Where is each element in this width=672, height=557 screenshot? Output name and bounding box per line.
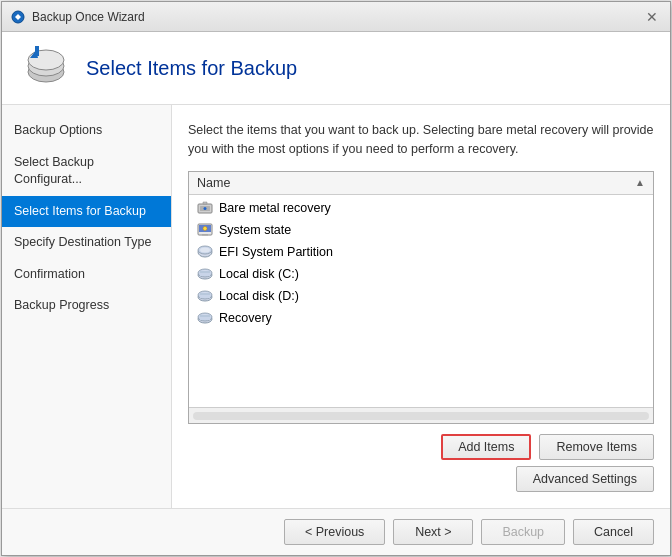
- svg-rect-4: [35, 46, 39, 56]
- window-title: Backup Once Wizard: [32, 10, 145, 24]
- close-button[interactable]: ✕: [642, 7, 662, 27]
- svg-point-14: [200, 247, 210, 252]
- list-item-label: Local disk (C:): [219, 267, 299, 281]
- svg-point-7: [204, 207, 207, 210]
- disk-c-icon: [197, 266, 213, 282]
- content-area: Backup Options Select Backup Configurat.…: [2, 105, 670, 508]
- efi-icon: [197, 244, 213, 260]
- items-list-container: Name ▲ Bare me: [188, 171, 654, 425]
- wizard-header: Select Items for Backup: [2, 32, 670, 105]
- action-buttons: Add Items Remove Items: [188, 434, 654, 460]
- list-item-label: Bare metal recovery: [219, 201, 331, 215]
- list-item-label: Local disk (D:): [219, 289, 299, 303]
- main-window: Backup Once Wizard ✕ Select Items for Ba…: [1, 1, 671, 556]
- svg-rect-10: [202, 234, 208, 236]
- previous-button[interactable]: < Previous: [284, 519, 385, 545]
- svg-point-3: [28, 50, 64, 70]
- scrollbar-track: [193, 412, 649, 420]
- wizard-icon: [22, 44, 70, 92]
- main-panel: Select the items that you want to back u…: [172, 105, 670, 508]
- list-item[interactable]: System state: [189, 219, 653, 241]
- recovery-icon: [197, 310, 213, 326]
- horizontal-scrollbar[interactable]: [189, 407, 653, 423]
- list-item[interactable]: EFI System Partition: [189, 241, 653, 263]
- next-button[interactable]: Next >: [393, 519, 473, 545]
- list-item[interactable]: Local disk (C:): [189, 263, 653, 285]
- list-item[interactable]: Bare metal recovery: [189, 197, 653, 219]
- cancel-button[interactable]: Cancel: [573, 519, 654, 545]
- list-item-label: Recovery: [219, 311, 272, 325]
- page-title: Select Items for Backup: [86, 57, 297, 80]
- sidebar-item-confirmation[interactable]: Confirmation: [2, 259, 171, 291]
- sidebar: Backup Options Select Backup Configurat.…: [2, 105, 172, 508]
- advanced-settings-button[interactable]: Advanced Settings: [516, 466, 654, 492]
- svg-rect-24: [200, 293, 210, 295]
- disk-d-icon: [197, 288, 213, 304]
- titlebar-left: Backup Once Wizard: [10, 9, 145, 25]
- wizard-footer: < Previous Next > Backup Cancel: [2, 508, 670, 555]
- list-item-label: System state: [219, 223, 291, 237]
- list-body[interactable]: Bare metal recovery System stat: [189, 195, 653, 408]
- add-items-button[interactable]: Add Items: [441, 434, 531, 460]
- sidebar-item-backup-options[interactable]: Backup Options: [2, 115, 171, 147]
- window-icon: [10, 9, 26, 25]
- backup-button: Backup: [481, 519, 565, 545]
- titlebar: Backup Once Wizard ✕: [2, 2, 670, 32]
- sort-arrow-icon: ▲: [635, 177, 645, 188]
- list-item-label: EFI System Partition: [219, 245, 333, 259]
- system-state-icon: [197, 222, 213, 238]
- column-name-header: Name: [197, 176, 230, 190]
- sidebar-item-select-config[interactable]: Select Backup Configurat...: [2, 147, 171, 196]
- sidebar-item-backup-progress[interactable]: Backup Progress: [2, 290, 171, 322]
- list-item[interactable]: Recovery: [189, 307, 653, 329]
- list-item[interactable]: Local disk (D:): [189, 285, 653, 307]
- svg-rect-19: [200, 271, 210, 273]
- list-header: Name ▲: [189, 172, 653, 195]
- bare-metal-icon: [197, 200, 213, 216]
- remove-items-button[interactable]: Remove Items: [539, 434, 654, 460]
- svg-rect-29: [200, 315, 210, 317]
- description-text: Select the items that you want to back u…: [188, 121, 654, 159]
- svg-point-11: [203, 226, 207, 230]
- sidebar-item-select-items[interactable]: Select Items for Backup: [2, 196, 171, 228]
- sidebar-item-specify-dest[interactable]: Specify Destination Type: [2, 227, 171, 259]
